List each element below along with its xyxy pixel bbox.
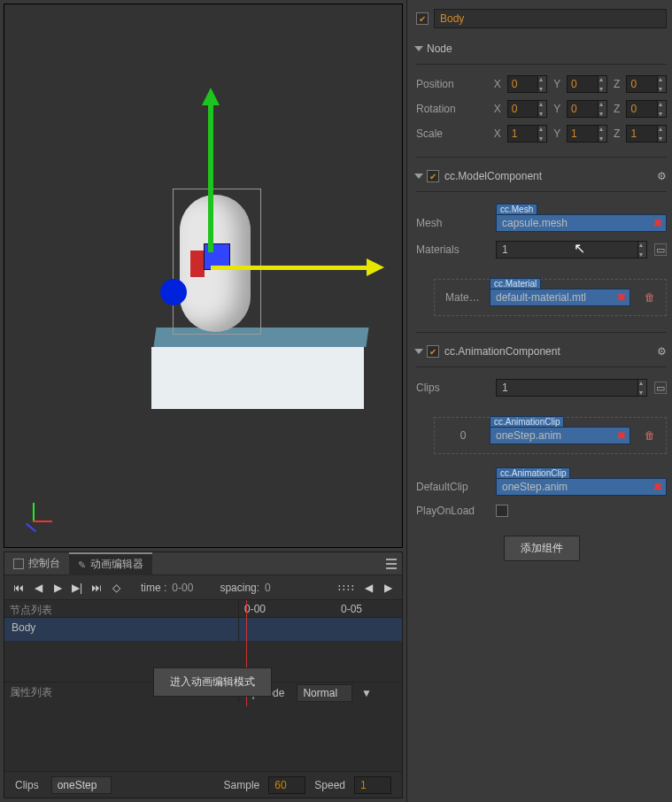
position-y-input[interactable]: 0 <box>567 75 607 93</box>
time-value: 0-00 <box>172 582 193 594</box>
wrapmode-select[interactable]: Normal <box>297 684 352 702</box>
sample-input[interactable]: 60 <box>268 776 305 794</box>
material-asset-field[interactable]: cc.Material default-material.mtl ✖ <box>490 289 630 306</box>
gear-icon[interactable]: ⚙ <box>657 170 667 182</box>
grid-icon[interactable]: ∷∷ <box>338 582 356 594</box>
gizmo-x-plane[interactable] <box>190 251 205 277</box>
collapse-array-icon[interactable]: ▭ <box>654 243 667 256</box>
trash-icon[interactable]: 🗑 <box>645 429 655 442</box>
chevron-down-icon <box>414 174 423 179</box>
console-icon <box>13 559 24 569</box>
tab-console[interactable]: 控制台 <box>4 552 69 575</box>
3d-viewport[interactable] <box>4 4 403 548</box>
chevron-down-icon <box>414 349 423 354</box>
last-frame-button[interactable]: ⏭ <box>89 582 104 594</box>
clips-label: Clips <box>416 382 489 394</box>
materials-array-item: Mater… cc.Material default-material.mtl … <box>434 279 667 316</box>
clips-array-item: 0 cc.AnimationClip oneStep.anim ✖ 🗑 <box>434 417 667 454</box>
sample-label: Sample <box>224 779 260 791</box>
chevron-down-icon <box>414 46 423 51</box>
panel-menu-icon[interactable] <box>381 553 402 575</box>
animation-panel: 控制台 动画编辑器 ⏮ ◀ ▶ ▶| ⏭ ◇ time : 0-00 <box>4 551 403 798</box>
next-key-button[interactable]: ▶ <box>381 582 395 594</box>
play-on-load-checkbox[interactable] <box>496 505 508 517</box>
scale-z-input[interactable]: 1 <box>626 125 667 143</box>
spacing-value: 0 <box>265 582 271 594</box>
scale-y-input[interactable]: 1 <box>567 125 607 143</box>
model-component-header[interactable]: cc.ModelComponent ⚙ <box>416 166 667 186</box>
model-enabled-checkbox[interactable] <box>427 170 439 182</box>
collapse-array-icon[interactable]: ▭ <box>654 382 667 394</box>
enter-anim-edit-button[interactable]: 进入动画编辑模式 <box>153 667 272 697</box>
trash-icon[interactable]: 🗑 <box>645 291 655 304</box>
timeline-node-body[interactable]: Body <box>4 618 239 641</box>
clear-mesh-icon[interactable]: ✖ <box>653 217 662 229</box>
clips-label: Clips <box>15 779 39 791</box>
next-frame-button[interactable]: ▶| <box>70 582 84 594</box>
mesh-asset-field[interactable]: cc.Mesh capsule.mesh ✖ <box>496 214 667 232</box>
clips-count-input[interactable]: 1 <box>496 379 647 397</box>
mesh-label: Mesh <box>416 217 489 229</box>
clear-material-icon[interactable]: ✖ <box>617 291 626 304</box>
add-component-button[interactable]: 添加组件 <box>504 536 580 561</box>
inspector-panel: Node Position X 0 Y 0 Z 0 Rotation X 0 Y… <box>406 0 672 802</box>
animation-enabled-checkbox[interactable] <box>427 345 439 358</box>
rotation-y-input[interactable]: 0 <box>567 100 607 118</box>
clip-asset-field[interactable]: cc.AnimationClip oneStep.anim ✖ <box>490 427 630 444</box>
scale-x-input[interactable]: 1 <box>507 125 548 143</box>
materials-count-input[interactable]: 1 <box>496 241 647 258</box>
node-section-header[interactable]: Node <box>416 39 667 58</box>
scale-label: Scale <box>416 127 488 140</box>
rotation-z-input[interactable]: 0 <box>626 100 667 118</box>
play-button[interactable]: ▶ <box>50 582 65 594</box>
spacing-label: spacing: <box>220 582 259 594</box>
first-frame-button[interactable]: ⏮ <box>12 582 26 594</box>
tab-anim-editor[interactable]: 动画编辑器 <box>69 552 152 575</box>
clear-default-clip-icon[interactable]: ✖ <box>653 481 662 493</box>
timeline-ruler[interactable]: 0-00 0-05 <box>239 600 402 617</box>
rotation-x-input[interactable]: 0 <box>507 100 548 118</box>
materials-label: Materials <box>416 243 489 256</box>
tab-console-label: 控制台 <box>28 556 60 571</box>
position-x-input[interactable]: 0 <box>507 75 548 93</box>
node-list-header: 节点列表 <box>4 600 239 617</box>
time-label: time : <box>141 582 166 594</box>
clips-select[interactable]: oneStep <box>51 776 112 794</box>
animation-component-header[interactable]: cc.AnimationComponent ⚙ <box>416 342 667 361</box>
default-clip-field[interactable]: cc.AnimationClip oneStep.anim ✖ <box>496 478 667 496</box>
edit-icon <box>78 559 86 571</box>
add-event-button[interactable]: ◇ <box>109 582 123 594</box>
gizmo-x-axis[interactable] <box>211 266 379 270</box>
node-enabled-checkbox[interactable] <box>416 12 429 25</box>
orientation-gizmo <box>20 496 56 531</box>
position-z-input[interactable]: 0 <box>626 75 667 93</box>
position-label: Position <box>416 78 488 90</box>
clear-clip-icon[interactable]: ✖ <box>617 429 626 442</box>
gizmo-y-axis[interactable] <box>208 93 213 252</box>
prev-key-button[interactable]: ◀ <box>361 582 375 594</box>
gear-icon[interactable]: ⚙ <box>657 345 667 358</box>
default-clip-label: DefaultClip <box>416 481 489 493</box>
gizmo-z-handle[interactable] <box>160 279 187 305</box>
rotation-label: Rotation <box>416 103 488 115</box>
chevron-down-icon: ▼ <box>361 687 372 699</box>
timeline-track[interactable] <box>239 618 402 641</box>
speed-input[interactable]: 1 <box>354 776 391 794</box>
tab-anim-label: 动画编辑器 <box>90 557 143 572</box>
play-on-load-label: PlayOnLoad <box>416 505 489 517</box>
node-name-input[interactable] <box>434 9 667 28</box>
prev-frame-button[interactable]: ◀ <box>31 582 45 594</box>
speed-label: Speed <box>314 779 345 791</box>
